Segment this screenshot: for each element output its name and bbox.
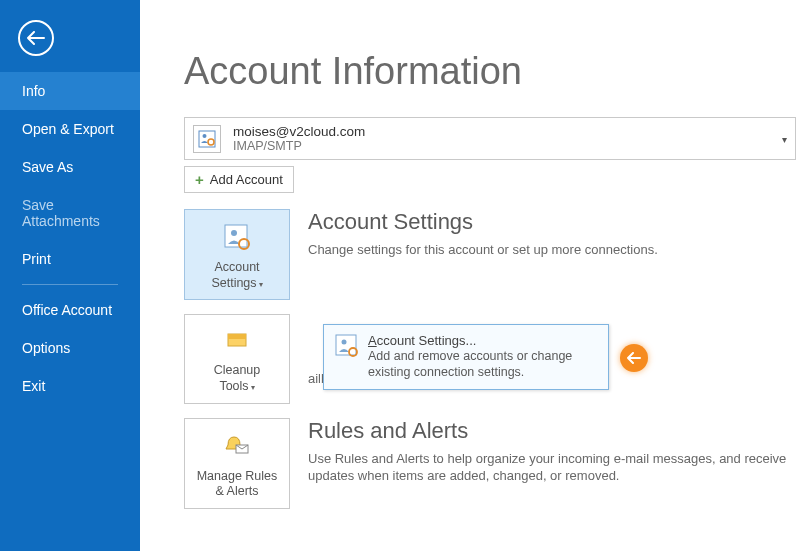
nav-item-open-export[interactable]: Open & Export xyxy=(0,110,140,148)
account-settings-label1: Account xyxy=(214,260,259,274)
plus-icon: + xyxy=(195,171,204,188)
account-selector[interactable]: moises@v2cloud.com IMAP/SMTP ▾ xyxy=(184,117,796,160)
arrow-left-icon xyxy=(27,31,45,45)
nav-item-print[interactable]: Print xyxy=(0,240,140,278)
user-settings-icon xyxy=(198,130,216,148)
manage-rules-alerts-button[interactable]: Manage Rules & Alerts xyxy=(184,418,290,509)
rules-alerts-icon xyxy=(220,429,254,463)
nav-item-save-attachments: Save Attachments xyxy=(0,186,140,240)
svg-point-10 xyxy=(342,340,347,345)
page-title: Account Information xyxy=(184,50,802,93)
sidebar: Info Open & Export Save As Save Attachme… xyxy=(0,0,140,551)
flyout-desc: Add and remove accounts or change existi… xyxy=(368,348,598,381)
cleanup-tools-label1: Cleanup xyxy=(214,363,261,377)
nav-item-exit[interactable]: Exit xyxy=(0,367,140,405)
flyout-title: Account Settings... xyxy=(368,333,598,348)
account-icon xyxy=(193,125,221,153)
account-email: moises@v2cloud.com xyxy=(233,124,365,139)
cleanup-tools-icon xyxy=(220,325,254,359)
account-settings-button[interactable]: Account Settings▾ xyxy=(184,209,290,300)
nav-item-options[interactable]: Options xyxy=(0,329,140,367)
account-settings-label2: Settings xyxy=(211,276,256,290)
add-account-label: Add Account xyxy=(210,172,283,187)
add-account-button[interactable]: + Add Account xyxy=(184,166,294,193)
cleanup-tools-button[interactable]: Cleanup Tools▾ xyxy=(184,314,290,403)
nav-item-office-account[interactable]: Office Account xyxy=(0,291,140,329)
nav-separator xyxy=(22,284,118,285)
manage-rules-label2: & Alerts xyxy=(215,484,258,498)
svg-point-1 xyxy=(203,134,207,138)
arrow-left-icon xyxy=(627,352,641,364)
account-settings-desc: Change settings for this account or set … xyxy=(308,241,798,259)
cleanup-tools-label2: Tools xyxy=(219,379,248,393)
svg-point-2 xyxy=(208,139,214,145)
svg-point-4 xyxy=(231,230,237,236)
account-protocol: IMAP/SMTP xyxy=(233,139,365,153)
nav-item-save-as[interactable]: Save As xyxy=(0,148,140,186)
account-settings-heading: Account Settings xyxy=(308,209,798,235)
rules-alerts-heading: Rules and Alerts xyxy=(308,418,798,444)
main-content: Account Information moises@v2cloud.com I… xyxy=(140,0,802,551)
flyout-icon xyxy=(334,333,360,381)
rules-alerts-desc: Use Rules and Alerts to help organize yo… xyxy=(308,450,798,485)
account-settings-flyout-item[interactable]: Account Settings... Add and remove accou… xyxy=(323,324,609,390)
chevron-down-icon: ▾ xyxy=(259,280,263,289)
back-button[interactable] xyxy=(18,20,54,56)
chevron-down-icon: ▾ xyxy=(251,383,255,392)
annotation-pointer xyxy=(620,344,648,372)
nav-item-info[interactable]: Info xyxy=(0,72,140,110)
manage-rules-label1: Manage Rules xyxy=(197,469,278,483)
section-account-settings: Account Settings▾ Account Settings Chang… xyxy=(184,209,802,300)
section-rules-alerts: Manage Rules & Alerts Rules and Alerts U… xyxy=(184,418,802,509)
svg-rect-7 xyxy=(228,334,246,339)
dropdown-caret-icon: ▾ xyxy=(782,133,787,144)
account-settings-icon xyxy=(220,220,254,254)
